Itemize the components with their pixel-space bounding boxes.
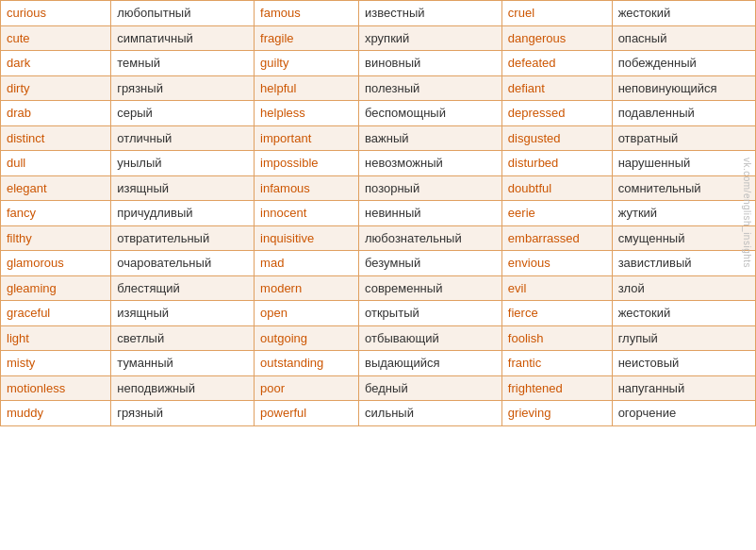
cell-3-5: неповинующийся [612, 75, 755, 101]
cell-0-1: любопытный [111, 1, 255, 25]
cell-7-1: изящный [111, 175, 255, 201]
cell-0-0: curious [1, 1, 111, 25]
cell-11-2: modern [255, 275, 359, 301]
table-row: darkтемныйguiltyвиновныйdefeatedпобежден… [1, 51, 755, 76]
cell-4-0: drab [1, 101, 111, 126]
cell-13-3: отбывающий [359, 325, 502, 351]
table-row: gracefulизящныйopenоткрытыйfierceжестоки… [1, 301, 755, 326]
watermark: vk.com/english_insights [739, 0, 756, 426]
cell-0-4: cruel [501, 1, 612, 25]
cell-2-0: dark [1, 51, 111, 76]
cell-5-3: важный [359, 125, 502, 151]
cell-13-2: outgoing [255, 325, 359, 351]
cell-15-0: motionless [1, 375, 111, 401]
cell-5-5: отвратный [612, 125, 755, 151]
cell-6-5: нарушенный [612, 151, 755, 176]
cell-6-0: dull [1, 151, 111, 176]
cell-8-4: eerie [501, 201, 612, 226]
cell-14-2: outstanding [255, 351, 359, 376]
cell-12-5: жестокий [612, 301, 755, 326]
cell-12-2: open [255, 301, 359, 326]
cell-14-3: выдающийся [359, 351, 502, 376]
cell-8-1: причудливый [111, 201, 255, 226]
cell-13-0: light [1, 325, 111, 351]
cell-10-3: безумный [359, 251, 502, 276]
cell-0-5: жестокий [612, 1, 755, 25]
table-row: elegantизящныйinfamousпозорныйdoubtfulсо… [1, 175, 755, 201]
cell-4-2: helpless [255, 101, 359, 126]
cell-2-5: побежденный [612, 51, 755, 76]
cell-7-2: infamous [255, 175, 359, 201]
cell-10-4: envious [501, 251, 612, 276]
table-row: gleamingблестящийmodernсовременныйevilзл… [1, 275, 755, 301]
cell-9-5: смущенный [612, 225, 755, 251]
cell-4-3: беспомощный [359, 101, 502, 126]
cell-15-4: frightened [501, 375, 612, 401]
cell-6-4: disturbed [501, 151, 612, 176]
cell-1-1: симпатичный [111, 25, 255, 51]
cell-1-5: опасный [612, 25, 755, 51]
cell-11-3: современный [359, 275, 502, 301]
cell-11-1: блестящий [111, 275, 255, 301]
cell-7-5: сомнительный [612, 175, 755, 201]
cell-14-5: неистовый [612, 351, 755, 376]
table-row: curiousлюбопытныйfamousизвестныйcruelжес… [1, 1, 755, 25]
cell-15-5: напуганный [612, 375, 755, 401]
cell-5-1: отличный [111, 125, 255, 151]
cell-15-2: poor [255, 375, 359, 401]
cell-9-2: inquisitive [255, 225, 359, 251]
table-row: filthyотвратительныйinquisitiveлюбознате… [1, 225, 755, 251]
cell-15-3: бедный [359, 375, 502, 401]
cell-5-0: distinct [1, 125, 111, 151]
cell-1-2: fragile [255, 25, 359, 51]
cell-13-1: светлый [111, 325, 255, 351]
table-row: lightсветлыйoutgoingотбывающийfoolishглу… [1, 325, 755, 351]
cell-13-5: глупый [612, 325, 755, 351]
vocabulary-table: curiousлюбопытныйfamousизвестныйcruelжес… [1, 1, 755, 425]
cell-14-0: misty [1, 351, 111, 376]
cell-10-5: завистливый [612, 251, 755, 276]
cell-8-3: невинный [359, 201, 502, 226]
cell-14-1: туманный [111, 351, 255, 376]
table-row: motionlessнеподвижныйpoorбедныйfrightene… [1, 375, 755, 401]
cell-9-4: embarrassed [501, 225, 612, 251]
cell-2-3: виновный [359, 51, 502, 76]
cell-12-4: fierce [501, 301, 612, 326]
cell-10-1: очаровательный [111, 251, 255, 276]
table-row: glamorousочаровательныйmadбезумныйenviou… [1, 251, 755, 276]
table-row: cuteсимпатичныйfragileхрупкийdangerousоп… [1, 25, 755, 51]
cell-14-4: frantic [501, 351, 612, 376]
cell-11-0: gleaming [1, 275, 111, 301]
table-row: muddyгрязныйpowerfulсильныйgrievingогорч… [1, 401, 755, 425]
table-row: distinctотличныйimportantважныйdisgusted… [1, 125, 755, 151]
table-row: drabсерыйhelplessбеспомощныйdepressedпод… [1, 101, 755, 126]
cell-11-4: evil [501, 275, 612, 301]
cell-1-4: dangerous [501, 25, 612, 51]
cell-2-4: defeated [501, 51, 612, 76]
cell-16-3: сильный [359, 401, 502, 425]
cell-16-4: grieving [501, 401, 612, 425]
cell-4-5: подавленный [612, 101, 755, 126]
cell-5-2: important [255, 125, 359, 151]
cell-16-0: muddy [1, 401, 111, 425]
cell-3-0: dirty [1, 75, 111, 101]
cell-4-1: серый [111, 101, 255, 126]
cell-12-1: изящный [111, 301, 255, 326]
cell-5-4: disgusted [501, 125, 612, 151]
cell-6-1: унылый [111, 151, 255, 176]
cell-9-1: отвратительный [111, 225, 255, 251]
cell-12-0: graceful [1, 301, 111, 326]
cell-6-3: невозможный [359, 151, 502, 176]
cell-16-1: грязный [111, 401, 255, 425]
cell-10-2: mad [255, 251, 359, 276]
cell-3-1: грязный [111, 75, 255, 101]
cell-9-3: любознательный [359, 225, 502, 251]
cell-2-2: guilty [255, 51, 359, 76]
table-row: fancyпричудливыйinnocentневинныйeerieжут… [1, 201, 755, 226]
cell-7-3: позорный [359, 175, 502, 201]
cell-1-0: cute [1, 25, 111, 51]
cell-0-2: famous [255, 1, 359, 25]
cell-7-4: doubtful [501, 175, 612, 201]
cell-10-0: glamorous [1, 251, 111, 276]
cell-1-3: хрупкий [359, 25, 502, 51]
